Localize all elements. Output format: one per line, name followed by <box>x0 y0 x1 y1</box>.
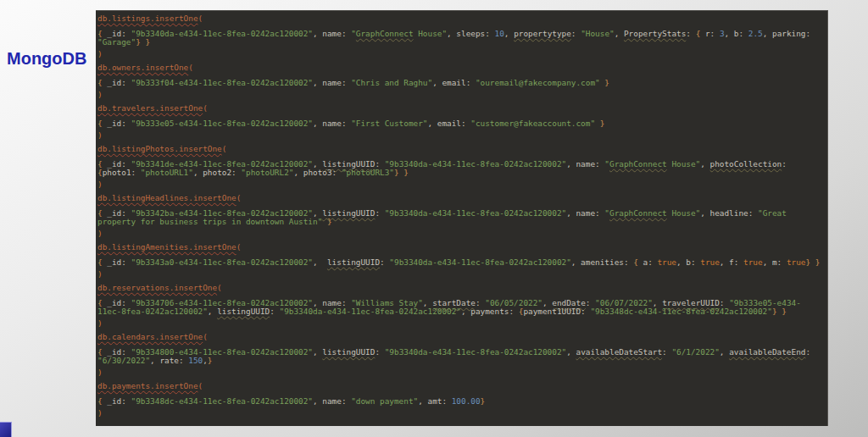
insert-statement: db.listingAmenities.insertOne({ _id: "9b… <box>97 243 822 279</box>
closing-paren-line: ) <box>97 409 822 418</box>
insert-statement: db.reservations.insertOne({ _id: "9b3347… <box>97 284 822 328</box>
document-line: { _id: "9b3343a0-e434-11ec-8fea-0242ac12… <box>97 258 822 267</box>
command-line: db.owners.insertOne( <box>97 64 822 72</box>
insert-statement: db.payments.insertOne({ _id: "9b3348dc-e… <box>97 382 822 418</box>
command-line: db.calendars.insertOne( <box>97 333 822 341</box>
document-line: { _id: "9b333f04-e434-11ec-8fea-0242ac12… <box>97 79 822 87</box>
command-line: db.listingAmenities.insertOne( <box>97 243 822 252</box>
insert-statement: db.travelers.insertOne({ _id: "9b333e05-… <box>97 104 822 140</box>
document-line: { _id: "9b3341de-e434-11ec-8fea-0242ac12… <box>97 160 822 177</box>
document-line: { _id: "9b3340da-e434-11ec-8fea-0242ac12… <box>97 30 822 47</box>
command-line: db.payments.insertOne( <box>97 382 822 390</box>
document-line: { _id: "9b3342ba-e434-11ec-8fea-0242ac12… <box>97 209 822 226</box>
code-editor-panel[interactable]: db.listings.insertOne({ _id: "9b3340da-e… <box>96 10 828 426</box>
closing-paren-line: ) <box>97 180 822 189</box>
closing-paren-line: ) <box>97 91 822 99</box>
mongodb-logo: MongoDB <box>7 49 92 69</box>
document-line: { _id: "9b334800-e434-11ec-8fea-0242ac12… <box>97 348 822 365</box>
document-line: { _id: "9b333e05-e434-11ec-8fea-0242ac12… <box>97 119 822 128</box>
closing-paren-line: ) <box>97 270 822 279</box>
insert-statement: db.listings.insertOne({ _id: "9b3340da-e… <box>97 14 822 58</box>
command-line: db.travelers.insertOne( <box>97 104 822 113</box>
insert-statement: db.calendars.insertOne({ _id: "9b334800-… <box>97 333 822 377</box>
document-line: { _id: "9b334706-e434-11ec-8fea-0242ac12… <box>97 299 822 316</box>
insert-statement: db.listingPhotos.insertOne({ _id: "9b334… <box>97 145 822 189</box>
closing-paren-line: ) <box>97 131 822 140</box>
document-line: { _id: "9b3348dc-e434-11ec-8fea-0242ac12… <box>97 397 822 406</box>
closing-paren-line: ) <box>97 368 822 377</box>
insert-statement: db.owners.insertOne({ _id: "9b333f04-e43… <box>97 64 822 99</box>
command-line: db.listingPhotos.insertOne( <box>97 145 822 153</box>
insert-statement: db.listingHeadlines.insertOne({ _id: "9b… <box>97 194 822 238</box>
corner-decoration <box>0 422 12 437</box>
closing-paren-line: ) <box>97 319 822 328</box>
command-line: db.reservations.insertOne( <box>97 284 822 292</box>
command-line: db.listingHeadlines.insertOne( <box>97 194 822 202</box>
closing-paren-line: ) <box>97 50 822 58</box>
closing-paren-line: ) <box>97 230 822 238</box>
command-line: db.listings.insertOne( <box>97 14 822 23</box>
